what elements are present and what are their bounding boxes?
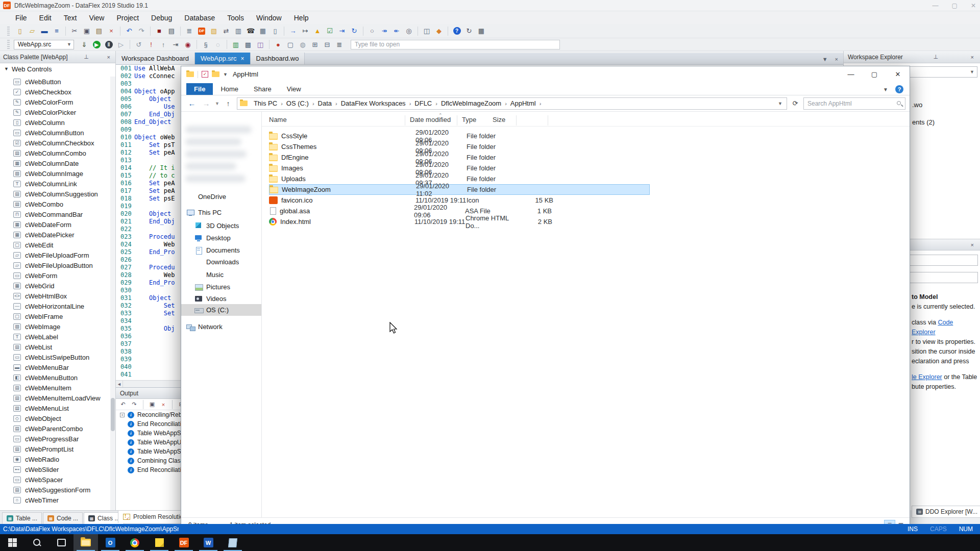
expand-icon[interactable]	[120, 459, 125, 463]
new-folder-icon[interactable]	[212, 71, 219, 77]
column-separator[interactable]	[548, 115, 548, 126]
tab-code[interactable]: ▦Code ...	[43, 512, 83, 524]
find-usages-icon[interactable]: ◍	[297, 39, 309, 50]
pin-icon[interactable]: ⊥	[82, 54, 91, 60]
refresh-icon[interactable]: ⟳	[790, 99, 800, 107]
breadcrumb-item[interactable]: DFLC	[412, 99, 434, 107]
palette-item-cwebform[interactable]: ▭cWebForm	[0, 270, 110, 281]
address-dropdown-chevron-icon[interactable]: ▼	[778, 101, 787, 106]
table-explorer-icon[interactable]: ▥	[230, 39, 242, 50]
nav-item-music[interactable]: Music	[181, 269, 262, 281]
search-button[interactable]	[24, 534, 49, 551]
close-tab-icon[interactable]: ×	[241, 55, 244, 62]
menu-text[interactable]: Text	[58, 12, 83, 23]
rerun-icon[interactable]: ↺	[133, 39, 145, 50]
copy-output-icon[interactable]: ▣	[147, 400, 157, 409]
column-header-date-modified[interactable]: Date modified	[410, 116, 451, 123]
palette-item-cwebcolumnsuggestion[interactable]: ▤cWebColumnSuggestion	[0, 189, 110, 199]
tab-ddo-explorer[interactable]: ⊞ DDO Explorer [W...	[912, 506, 980, 518]
table-tool-icon[interactable]: ▦	[257, 26, 269, 37]
breadcrumb-item[interactable]: Data	[316, 99, 334, 107]
palette-item-cwebfileuploadbutton[interactable]: ▱cWebFileUploadButton	[0, 260, 110, 270]
palette-item-cwebcolumncombo[interactable]: ▤cWebColumnCombo	[0, 148, 110, 158]
print-icon[interactable]: ▤	[165, 26, 178, 37]
menu-help[interactable]: Help	[288, 12, 315, 23]
palette-item-cwebcolumnimage[interactable]: ▧cWebColumnImage	[0, 168, 110, 179]
delete-icon[interactable]: ×	[105, 26, 117, 37]
expand-icon[interactable]	[120, 468, 125, 472]
bookmark-icon[interactable]: ◆	[433, 26, 445, 37]
outlook[interactable]: O	[98, 534, 122, 551]
outline-icon[interactable]: ≣	[333, 39, 346, 50]
editor-tab-webapp-src[interactable]: WebApp.src×	[195, 53, 251, 64]
split-window-icon[interactable]: ◫	[421, 26, 433, 37]
explorer-search-input[interactable]: Search AppHtml	[803, 97, 905, 110]
menu-edit[interactable]: Edit	[33, 12, 58, 23]
palette-item-cwebcolumnlink[interactable]: TcWebColumnLink	[0, 179, 110, 189]
grid-view-icon[interactable]: ▦	[475, 26, 487, 37]
palette-item-cwebpromptlist[interactable]: ▤cWebPromptList	[0, 444, 110, 454]
expand-icon[interactable]	[120, 431, 125, 436]
export-icon[interactable]: ↦	[299, 26, 311, 37]
explorer-minimize-button[interactable]: —	[839, 66, 863, 82]
menu-tools[interactable]: Tools	[221, 12, 250, 23]
step-out-icon[interactable]: ↑	[157, 39, 169, 50]
detach-icon[interactable]: ◌	[212, 39, 224, 50]
palette-item-cwebhtmlbox[interactable]: <>cWebHtmlBox	[0, 291, 110, 301]
column-separator[interactable]	[516, 115, 517, 126]
nav-item-onedrive[interactable]: OneDrive	[181, 191, 262, 203]
help-link[interactable]: le Explorer	[912, 373, 942, 381]
save-all-icon[interactable]: ≡	[51, 26, 63, 37]
expand-icon[interactable]: +	[120, 413, 125, 417]
palette-item-cwebcheckbox[interactable]: ✓cWebCheckbox	[0, 87, 110, 97]
nav-item-3d-objects[interactable]: 3D Objects	[181, 220, 262, 232]
tab-list-chevron-icon[interactable]: ▼	[822, 56, 828, 62]
editor-tab-dashboard-wo[interactable]: Dashboard.wo	[251, 53, 305, 64]
menu-database[interactable]: Database	[178, 12, 221, 23]
palette-item-cwebcolorpicker[interactable]: ✎cWebColorPicker	[0, 107, 110, 117]
run-icon[interactable]: ▶	[90, 39, 103, 50]
palette-item-cwebradio[interactable]: ◉cWebRadio	[0, 454, 110, 464]
ribbon-expand-chevron-icon[interactable]: ▼	[883, 87, 888, 92]
palette-item-cwebprogressbar[interactable]: ▭cWebProgressBar	[0, 434, 110, 444]
explorer-titlebar[interactable]: ✓ ▼ AppHtml — ▢ ✕	[181, 66, 910, 82]
sync-icon[interactable]: ↻	[348, 26, 360, 37]
close-button[interactable]: ✕	[971, 2, 976, 9]
tab-table[interactable]: ▦Table ...	[2, 512, 42, 524]
copy-lines-icon[interactable]: ≣	[183, 26, 195, 37]
palette-item-cwebmenuitemloadview[interactable]: ▤cWebMenuItemLoadView	[0, 393, 110, 403]
file-row-global-asa[interactable]: global.asa29/01/2020 09:06ASA File1 KB	[269, 206, 650, 216]
sql-tool-icon[interactable]: ◫	[254, 39, 266, 50]
column-separator[interactable]	[405, 115, 405, 126]
close-tab-icon[interactable]: ×	[835, 56, 838, 62]
record-macro-icon[interactable]: ■	[153, 26, 165, 37]
nav-item-downloads[interactable]: Downloads	[181, 256, 262, 268]
save-icon[interactable]: ▬	[38, 26, 51, 37]
find-icon[interactable]: ○	[366, 26, 378, 37]
step-icon[interactable]: ▷	[115, 39, 127, 50]
find-next-message-icon[interactable]: ↷	[129, 400, 139, 409]
breadcrumb-item[interactable]: DataFlex Workspaces	[339, 99, 408, 107]
find-next-icon[interactable]: ↠	[378, 26, 390, 37]
nav-item-network[interactable]: Network	[181, 321, 262, 333]
menu-view[interactable]: View	[83, 12, 110, 23]
exit-code-icon[interactable]: ⇥	[336, 26, 348, 37]
close-icon[interactable]: ×	[969, 242, 976, 248]
sticky-notes[interactable]	[147, 534, 172, 551]
find-prev-message-icon[interactable]: ↶	[118, 400, 128, 409]
menu-project[interactable]: Project	[110, 12, 145, 23]
recent-locations-chevron-icon[interactable]: ▼	[215, 101, 219, 106]
palette-item-cwebcombo[interactable]: ▤cWebCombo	[0, 199, 110, 209]
palette-item-cwebcolumndate[interactable]: ▦cWebColumnDate	[0, 158, 110, 168]
word[interactable]: W	[196, 534, 220, 551]
chrome[interactable]	[122, 534, 147, 551]
explorer-close-button[interactable]: ✕	[886, 66, 910, 82]
breadcrumb-item[interactable]: This PC	[252, 99, 279, 107]
run-to-cursor-icon[interactable]: ⇥	[169, 39, 182, 50]
undo-icon[interactable]: ↶	[123, 26, 135, 37]
palette-item-cwebdatepicker[interactable]: ▦cWebDatePicker	[0, 230, 110, 240]
editor-tab-workspace-dashboard[interactable]: Workspace Dashboard	[116, 53, 195, 64]
help-link[interactable]: Code Explorer	[912, 319, 953, 336]
nav-item-documents[interactable]: Documents	[181, 244, 262, 256]
palette-item-cwebtimer[interactable]: ○cWebTimer	[0, 495, 110, 505]
